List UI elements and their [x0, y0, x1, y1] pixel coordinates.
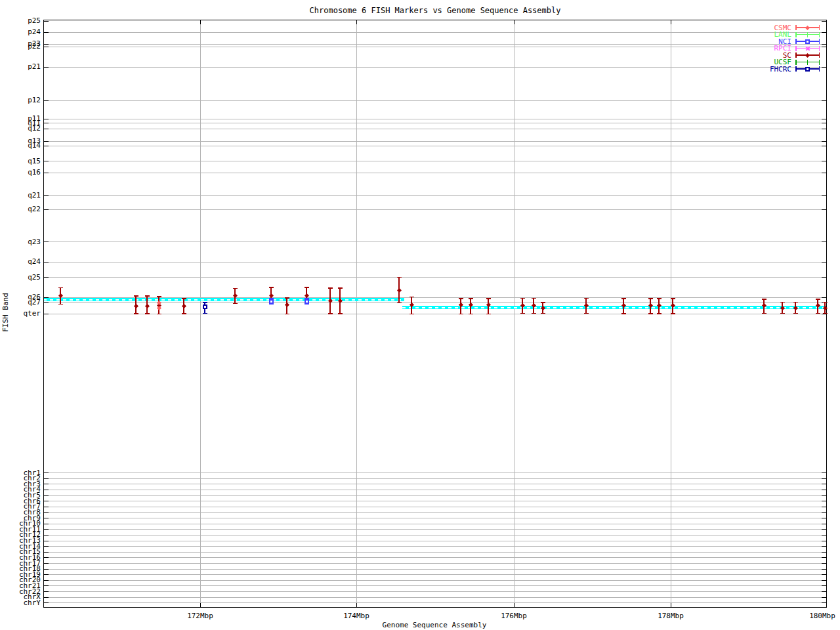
chr-label-chr15: chr15 — [0, 548, 41, 555]
legend-sample-line — [795, 34, 820, 35]
errorbar-cap — [410, 314, 414, 315]
y-tick-left — [44, 512, 49, 513]
y-tick-left — [44, 535, 49, 536]
errorbar-cap — [233, 288, 238, 289]
legend-label-ucsf: UCSF — [726, 58, 791, 66]
gridline-horizontal — [44, 495, 826, 496]
band-label-p25: p25 — [0, 17, 41, 24]
y-tick-left — [44, 44, 49, 45]
errorbar-cap — [648, 298, 653, 299]
marker-cross — [805, 46, 810, 51]
errorbar-cap — [58, 287, 63, 289]
errorbar-line — [658, 299, 660, 314]
errorbar-cap — [469, 298, 473, 299]
legend-label-sc: SC — [726, 52, 791, 59]
marker-plus — [807, 60, 808, 65]
errorbar-cap — [520, 298, 525, 299]
errorbar-cap — [584, 313, 589, 314]
marker-diamond — [805, 52, 810, 57]
y-tick-right — [822, 557, 826, 558]
marker-diamond — [540, 305, 545, 310]
errorbar-cap — [134, 313, 138, 314]
y-tick-left — [44, 242, 49, 242]
legend-label-rpci: RPCI — [726, 45, 791, 52]
errorbar-cap — [793, 302, 798, 303]
gridline-horizontal — [44, 195, 826, 196]
errorbar-line — [339, 288, 341, 314]
gridline-horizontal — [44, 501, 826, 501]
marker-diamond — [520, 303, 524, 307]
errorbar-line — [542, 303, 543, 314]
x-tick-bottom — [514, 603, 514, 607]
y-tick-right — [822, 597, 826, 598]
y-tick-right — [822, 552, 826, 553]
errorbar-line — [234, 288, 236, 303]
gridline-horizontal — [44, 242, 826, 242]
marker-diamond — [805, 25, 810, 30]
assembly-band-dash — [402, 307, 827, 308]
legend-sample-cap — [795, 52, 797, 58]
x-axis-label: Genome Sequence Assembly — [238, 621, 631, 629]
x-tick-label: 176Mbp — [488, 612, 540, 620]
chr-label-chr21: chr21 — [0, 582, 41, 589]
gridline-horizontal — [44, 563, 826, 564]
y-tick-right — [822, 507, 826, 507]
marker-open-square — [805, 67, 810, 72]
y-tick-left — [44, 518, 49, 518]
errorbar-line — [306, 299, 307, 304]
y-tick-left — [44, 501, 49, 501]
errorbar-cap — [648, 313, 653, 314]
errorbar-cap — [134, 295, 138, 297]
errorbar-cap — [621, 298, 626, 299]
x-tick-bottom — [356, 603, 357, 607]
errorbar-cap — [532, 298, 536, 299]
legend-sample-cap — [819, 32, 820, 37]
gridline-horizontal — [44, 518, 826, 518]
errorbar-cap — [304, 303, 309, 304]
marker-diamond — [815, 303, 820, 307]
chr-label-chr19: chr19 — [0, 571, 41, 578]
x-tick-top — [514, 20, 514, 24]
legend-sample-cap — [819, 60, 820, 65]
x-tick-label: 180Mbp — [796, 612, 840, 620]
legend-label-csmc: CSMC — [726, 24, 791, 32]
plot-area: 172Mbp174Mbp176Mbp178Mbp180Mbpp25p24p23p… — [0, 0, 840, 630]
errorbar-line — [270, 299, 272, 304]
errorbar-line — [824, 303, 826, 314]
y-tick-left — [44, 47, 49, 47]
errorbar-cap — [486, 314, 491, 315]
legend-sample-line — [795, 54, 820, 56]
gridline-vertical — [671, 20, 671, 607]
y-tick-right — [822, 161, 826, 161]
legend-sample-line — [795, 48, 820, 49]
legend-sample-line — [795, 62, 820, 63]
band-label-p12: p12 — [0, 96, 41, 104]
errorbar-cap — [269, 298, 274, 299]
gridline-horizontal — [44, 161, 826, 161]
marker-open-square — [203, 304, 207, 309]
marker-diamond — [621, 303, 625, 307]
y-tick-right — [822, 524, 826, 524]
x-tick-top — [671, 20, 671, 24]
fish-markers-chart: Chromosome 6 FISH Markers vs Genome Sequ… — [0, 0, 840, 630]
errorbar-cap — [145, 295, 150, 297]
errorbar-line — [817, 299, 818, 313]
chr-label-chr7: chr7 — [0, 503, 41, 510]
chr-label-chr4: chr4 — [0, 486, 41, 493]
chr-label-chr2: chr2 — [0, 474, 41, 482]
errorbar-cap — [816, 299, 820, 300]
errorbar-cap — [541, 302, 545, 303]
y-tick-left — [44, 32, 49, 33]
marker-open-square — [805, 39, 810, 44]
legend-sample-line — [795, 27, 820, 28]
gridline-horizontal — [44, 602, 826, 603]
errorbar-line — [411, 297, 412, 314]
y-tick-left — [44, 585, 49, 586]
legend-sample-cap — [819, 39, 820, 44]
errorbar-cap — [584, 298, 589, 299]
chr-label-chr3: chr3 — [0, 480, 41, 488]
y-tick-right — [822, 585, 826, 586]
chr-label-chr10: chr10 — [0, 520, 41, 527]
y-tick-right — [822, 529, 826, 530]
legend-sample-cap — [795, 66, 797, 72]
